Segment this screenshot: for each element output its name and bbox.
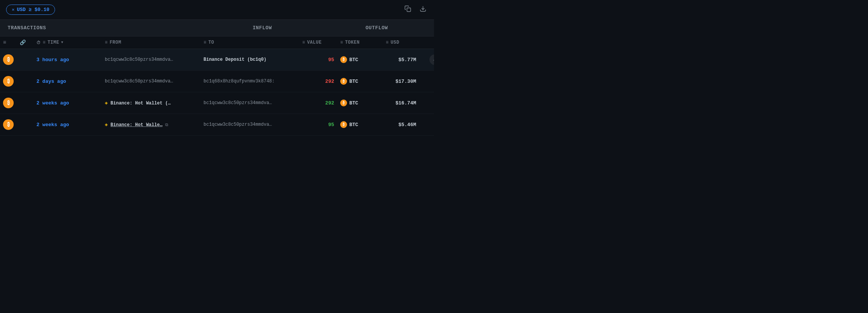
time-col[interactable]: ⏱ ≡ TIME ▼ [33,40,102,45]
filter-col-1[interactable]: ≡ [0,40,17,46]
time-cell: 2 weeks ago [33,100,102,106]
clock-icon: ⏱ [36,40,41,45]
arrow-button[interactable]: → [429,54,434,65]
usd-label: USD [391,40,399,45]
from-cell: bc1qcww3c8c50pzrs34mmdva… [102,79,200,84]
btc-icon-col: ₿ [0,119,17,130]
from-label: FROM [110,40,122,45]
usd-cell: $16.74M [383,100,421,106]
outflow-header: OUTFLOW [320,20,434,36]
from-col[interactable]: ≡ FROM [102,40,200,45]
time-cell: 3 hours ago [33,57,102,63]
table-row[interactable]: ₿ 2 days ago bc1qcww3c8c50pzrs34mmdva… b… [0,71,434,92]
copy-small-icon[interactable]: ⧉ [165,123,168,127]
svg-rect-0 [407,8,411,12]
btc-icon-col: ₿ [0,76,17,87]
token-label: BTC [349,100,358,106]
value-cell: 292 [299,100,337,106]
usd-col[interactable]: ≡ USD [383,40,421,45]
value-label: VALUE [307,40,322,45]
time-label: TIME [47,40,59,45]
usd-cell: $5.46M [383,122,421,128]
btc-icon: ₿ [3,54,14,65]
time-cell: 2 weeks ago [33,122,102,128]
rows-container: ₿ 3 hours ago bc1qcww3c8c50pzrs34mmdva… … [0,49,434,136]
value-cell: 95 [299,57,337,63]
filter-icon-1: ≡ [3,40,6,46]
top-icons [403,4,428,16]
to-cell: bc1qcww3c8c50pzrs34mmdva… [200,100,299,106]
token-label: BTC [349,57,358,63]
filter-icon-token: ≡ [340,40,343,45]
filter-icon-from: ≡ [105,40,108,45]
token-cell: ₿ BTC [337,78,383,85]
table-row[interactable]: ₿ 2 weeks ago ◈ Binance: Hot Walle… ⧉ bc… [0,114,434,136]
from-cell: bc1qcww3c8c50pzrs34mmdva… [102,57,200,62]
from-cell: ◈ Binance: Hot Wallet (… [102,100,200,106]
time-cell: 2 days ago [33,79,102,84]
token-btc-icon: ₿ [340,121,347,128]
transactions-header: TRANSACTIONS [0,20,205,36]
download-button[interactable] [418,4,428,16]
sort-icon: ▼ [61,41,63,44]
inflow-header: INFLOW [205,20,320,36]
token-btc-icon: ₿ [340,56,347,63]
from-cell: ◈ Binance: Hot Walle… ⧉ [102,122,200,128]
filter-icon-value: ≡ [302,40,305,45]
binance-icon: ◈ [105,122,108,128]
sub-headers: ≡ 🔗 ⏱ ≡ TIME ▼ ≡ FROM ≡ TO ≡ VALUE ≡ TOK… [0,36,434,49]
btc-icon: ₿ [3,119,14,130]
filter-badge[interactable]: ✕ USD ≥ $0.10 [6,5,55,15]
token-label: TOKEN [345,40,360,45]
btc-icon-col: ₿ [0,98,17,108]
usd-cell: $17.30M [383,79,421,84]
link-icon: 🔗 [20,40,26,46]
token-cell: ₿ BTC [337,121,383,128]
filter-label: USD ≥ $0.10 [17,7,49,13]
value-col[interactable]: ≡ VALUE [299,40,337,45]
token-label: BTC [349,79,358,84]
filter-icon-to: ≡ [204,40,207,45]
copy-button[interactable] [403,4,413,16]
token-btc-icon: ₿ [340,78,347,85]
value-cell: 95 [299,122,337,128]
token-label: BTC [349,122,358,128]
token-btc-icon: ₿ [340,100,347,106]
filter-icon-usd: ≡ [386,40,389,45]
to-cell: bc1qcww3c8c50pzrs34mmdva… [200,122,299,127]
table-row[interactable]: ₿ 2 weeks ago ◈ Binance: Hot Wallet (… b… [0,92,434,114]
table-row[interactable]: ₿ 3 hours ago bc1qcww3c8c50pzrs34mmdva… … [0,49,434,71]
btc-icon-col: ₿ [0,54,17,65]
column-headers: TRANSACTIONS INFLOW OUTFLOW [0,20,434,36]
close-icon[interactable]: ✕ [12,7,14,13]
token-cell: ₿ BTC [337,100,383,106]
token-col[interactable]: ≡ TOKEN [337,40,383,45]
usd-cell: $5.77M [383,57,421,63]
top-bar: ✕ USD ≥ $0.10 [0,0,434,20]
link-col[interactable]: 🔗 [17,40,33,46]
btc-icon: ₿ [3,76,14,87]
to-cell: bc1q68x8hz8qufpvnmv3k8748: [200,79,299,84]
filter-icon-time: ≡ [43,40,46,45]
btc-icon: ₿ [3,98,14,108]
to-label: TO [208,40,214,45]
to-col[interactable]: ≡ TO [200,40,299,45]
value-cell: 292 [299,79,337,84]
token-cell: ₿ BTC [337,56,383,63]
to-cell: Binance Deposit (bc1q0) [200,57,299,62]
binance-icon: ◈ [105,100,108,106]
